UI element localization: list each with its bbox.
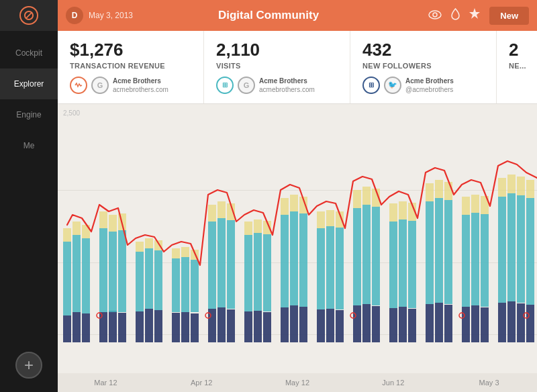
chart-y-label: 2,500 — [63, 109, 80, 117]
svg-rect-82 — [63, 228, 71, 242]
sidebar-item-me[interactable]: Me — [0, 130, 58, 161]
svg-rect-21 — [290, 305, 298, 342]
svg-rect-12 — [181, 312, 189, 342]
source-icon-chart-2[interactable]: ⊞ — [362, 77, 380, 94]
svg-rect-118 — [498, 178, 506, 197]
new-button[interactable]: New — [489, 7, 529, 25]
source-icon-twitter[interactable]: 🐦 — [384, 77, 401, 94]
source-url-3: @acmebrothers — [405, 85, 454, 94]
add-button[interactable]: + — [15, 352, 42, 379]
svg-rect-56 — [227, 220, 235, 309]
drop-icon[interactable] — [451, 8, 460, 23]
svg-rect-70 — [399, 219, 407, 307]
svg-rect-42 — [63, 242, 71, 315]
svg-rect-44 — [82, 238, 90, 313]
svg-rect-8 — [136, 311, 144, 342]
svg-point-0 — [429, 11, 441, 19]
pin-icon[interactable] — [469, 8, 480, 23]
svg-rect-66 — [353, 208, 361, 305]
sidebar-logo — [0, 0, 58, 31]
svg-rect-115 — [462, 197, 470, 215]
svg-rect-29 — [389, 308, 397, 342]
source-name-3: Acme Brothers — [405, 77, 454, 85]
svg-rect-22 — [299, 307, 307, 342]
svg-rect-104 — [326, 210, 334, 226]
logo-icon — [19, 6, 38, 25]
eye-icon[interactable] — [428, 9, 442, 23]
stats-bar: $1,276 Transaction Revenue G Acme Brothe… — [58, 31, 537, 104]
svg-rect-68 — [372, 207, 380, 305]
svg-rect-88 — [136, 242, 144, 252]
svg-rect-86 — [109, 215, 117, 232]
svg-rect-53 — [191, 260, 199, 312]
svg-rect-89 — [145, 238, 153, 248]
svg-rect-75 — [462, 215, 470, 307]
source-name-2: Acme Brothers — [259, 77, 315, 85]
sidebar-item-cockpit[interactable]: Cockpit — [0, 38, 58, 68]
svg-rect-98 — [254, 219, 262, 233]
svg-rect-103 — [317, 211, 325, 228]
header: D May 3, 2013 Digital Community — [58, 0, 537, 31]
svg-rect-13 — [191, 313, 199, 342]
svg-rect-24 — [326, 309, 334, 342]
stat-value-followers: 432 — [362, 40, 484, 60]
svg-rect-91 — [172, 248, 180, 258]
svg-rect-110 — [399, 201, 407, 219]
svg-point-1 — [433, 13, 437, 17]
svg-rect-83 — [72, 222, 81, 235]
svg-rect-61 — [290, 211, 298, 305]
svg-rect-77 — [481, 214, 489, 307]
svg-rect-5 — [99, 312, 107, 342]
stat-label-revenue: Transaction Revenue — [70, 62, 191, 70]
svg-rect-28 — [372, 306, 380, 342]
source-icon-google-2[interactable]: G — [238, 77, 255, 94]
svg-rect-67 — [362, 205, 371, 304]
svg-rect-114 — [444, 182, 452, 200]
svg-rect-34 — [444, 305, 452, 342]
svg-rect-11 — [172, 313, 180, 342]
stat-label-visits: Visits — [216, 62, 338, 70]
header-actions: New — [428, 7, 529, 25]
source-icon-chart-1[interactable]: ⊞ — [216, 77, 234, 94]
source-url-2: acmebrothers.com — [259, 85, 315, 94]
svg-rect-43 — [72, 235, 81, 312]
sidebar-item-explorer[interactable]: Explorer — [0, 68, 58, 99]
svg-rect-94 — [208, 205, 216, 222]
source-icon-google-1[interactable]: G — [91, 77, 109, 94]
svg-rect-73 — [435, 198, 443, 303]
svg-rect-15 — [217, 307, 226, 342]
svg-rect-120 — [517, 177, 525, 195]
svg-rect-92 — [181, 247, 189, 257]
source-icon-pulse[interactable] — [70, 77, 87, 94]
svg-rect-3 — [72, 312, 81, 342]
svg-rect-30 — [399, 307, 407, 342]
svg-rect-4 — [82, 313, 90, 342]
svg-rect-64 — [326, 226, 334, 309]
sidebar-item-engine[interactable]: Engine — [0, 99, 58, 130]
stat-sources-revenue: G Acme Brothers acmebrothers.com — [70, 77, 191, 94]
x-label-may3: May 3 — [441, 379, 537, 387]
svg-rect-23 — [317, 309, 325, 342]
svg-rect-27 — [362, 304, 371, 342]
svg-rect-18 — [254, 311, 262, 342]
svg-rect-48 — [136, 252, 144, 311]
svg-rect-41 — [526, 305, 534, 342]
svg-rect-69 — [389, 222, 397, 308]
svg-rect-31 — [408, 309, 416, 342]
svg-rect-16 — [227, 309, 235, 342]
x-label-jun: Jun 12 — [345, 379, 441, 387]
svg-rect-85 — [99, 211, 107, 228]
svg-rect-116 — [471, 195, 479, 213]
svg-rect-9 — [145, 309, 153, 342]
svg-rect-2 — [63, 315, 71, 342]
svg-rect-32 — [426, 304, 434, 342]
svg-rect-71 — [408, 221, 416, 308]
svg-rect-38 — [498, 303, 506, 342]
svg-rect-97 — [244, 222, 252, 235]
svg-rect-35 — [462, 307, 470, 342]
svg-rect-79 — [507, 193, 516, 301]
svg-rect-26 — [353, 305, 361, 342]
stat-label-extra: Ne... — [509, 62, 525, 70]
stat-card-followers: 432 New Followers ⊞ 🐦 Acme Brothers @acm… — [350, 31, 497, 103]
svg-rect-7 — [118, 313, 126, 342]
